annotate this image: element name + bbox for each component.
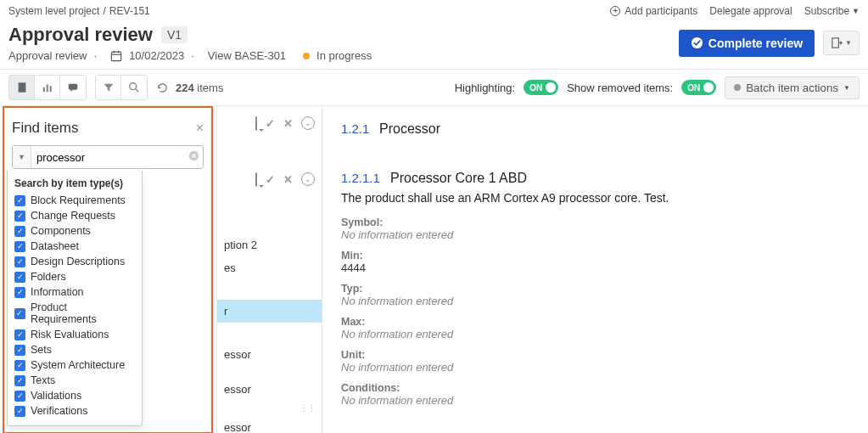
subsection-number[interactable]: 1.2.1.1 [341, 171, 380, 185]
comments-view-button[interactable] [60, 76, 86, 99]
removed-toggle[interactable]: ON [681, 80, 716, 95]
type-filter-option[interactable]: ✓Risk Evaluations [14, 327, 135, 342]
requirement-body: The product shall use an ARM Cortex A9 p… [341, 191, 849, 205]
drag-handle-icon[interactable]: ⋮⋮ [217, 401, 322, 416]
list-item[interactable]: ption 2 [217, 233, 322, 256]
svg-point-11 [130, 83, 137, 90]
list-item[interactable]: essor [217, 378, 322, 401]
type-filter-option[interactable]: ✓Sets [14, 342, 135, 357]
type-filter-option[interactable]: ✓Block Requirements [14, 193, 135, 208]
checkbox-checked-icon: ✓ [14, 308, 25, 319]
version-badge: V1 [161, 26, 188, 43]
subscribe-link[interactable]: Subscribe ▼ [804, 5, 860, 17]
find-items-title: Find items [12, 120, 78, 137]
status-text: In progress [316, 49, 372, 62]
type-filter-option[interactable]: ✓System Architecture [14, 357, 135, 373]
list-item[interactable]: essor [217, 343, 322, 366]
row-actions-1: ✓ ✕ ⌄ [217, 113, 322, 135]
breadcrumb-item[interactable]: REV-151 [109, 5, 150, 17]
type-filter-option[interactable]: ✓Datasheet [14, 239, 135, 254]
calendar-icon [110, 50, 122, 62]
stats-view-button[interactable] [35, 76, 60, 99]
approve-button[interactable]: ✓ [266, 173, 275, 186]
complete-review-button[interactable]: Complete review [679, 30, 815, 57]
svg-rect-8 [46, 85, 48, 93]
svg-point-4 [692, 37, 703, 48]
list-item[interactable]: essor [217, 416, 322, 433]
view-mode-group [8, 75, 87, 100]
list-item-selected[interactable]: r [217, 300, 322, 323]
breadcrumb: System level project / REV-151 [8, 5, 150, 17]
document-icon [16, 82, 28, 93]
type-filter-option[interactable]: ✓Components [14, 223, 135, 239]
comment-button[interactable] [255, 117, 257, 130]
checkbox-checked-icon: ✓ [14, 195, 25, 206]
caret-down-icon: ▼ [18, 153, 25, 161]
barchart-icon [42, 82, 53, 93]
close-icon[interactable]: × [196, 121, 204, 136]
search-button[interactable] [121, 76, 147, 99]
type-filter-option[interactable]: ✓Texts [14, 373, 135, 388]
view-baseline[interactable]: View BASE-301 [208, 49, 286, 62]
type-filter-option[interactable]: ✓Design Descriptions [14, 254, 135, 269]
checkbox-checked-icon: ✓ [14, 287, 25, 298]
removed-label: Show removed items: [567, 82, 673, 94]
highlighting-label: Highlighting: [455, 82, 516, 94]
checkbox-checked-icon: ✓ [14, 241, 25, 252]
dropdown-heading: Search by item type(s) [14, 176, 135, 193]
export-icon [831, 37, 843, 49]
status-dot-icon [303, 53, 310, 59]
status-dot-icon [734, 84, 741, 91]
reject-button[interactable]: ✕ [283, 117, 293, 130]
detail-panel: 1.2.1 Processor 1.2.1.1 Processor Core 1… [322, 106, 868, 433]
review-date: 10/02/2023 [129, 49, 184, 62]
svg-line-12 [136, 89, 139, 93]
document-view-button[interactable] [9, 76, 35, 99]
type-filter-option[interactable]: ✓Information [14, 284, 135, 300]
subsection-title: Processor Core 1 ABD [390, 171, 527, 185]
comment-button[interactable] [255, 173, 257, 186]
section-number[interactable]: 1.2.1 [341, 121, 369, 136]
find-items-input[interactable] [31, 151, 184, 164]
checkbox-checked-icon: ✓ [14, 226, 25, 237]
type-filter-option[interactable]: ✓Validations [14, 388, 135, 403]
delegate-approval-link[interactable]: Delegate approval [709, 5, 792, 17]
reject-button[interactable]: ✕ [283, 173, 293, 186]
add-participants-link[interactable]: + Add participants [610, 5, 697, 17]
type-filter-option[interactable]: ✓Change Requests [14, 208, 135, 223]
field-value: 4444 [341, 261, 849, 274]
field-label: Max: [341, 316, 849, 328]
caret-down-icon: ▼ [845, 39, 852, 47]
subtitle-name: Approval review [8, 49, 87, 62]
caret-down-icon: ▼ [843, 84, 850, 92]
row-actions-2: ✓ ✕ ⌄ [217, 169, 322, 191]
type-filter-option[interactable]: ✓Product Requirements [14, 300, 135, 327]
field-value: No information entered [341, 228, 849, 241]
chevron-down-icon: ⌄ [305, 175, 311, 183]
checkbox-checked-icon: ✓ [14, 406, 25, 417]
refresh-icon[interactable] [156, 82, 169, 94]
breadcrumb-project[interactable]: System level project [8, 5, 99, 17]
field-label: Min: [341, 250, 849, 261]
search-type-dropdown-button[interactable]: ▼ [13, 146, 31, 168]
highlighting-toggle[interactable]: ON [524, 80, 558, 95]
type-filter-option[interactable]: ✓Verifications [14, 403, 135, 419]
field-value: No information entered [341, 394, 849, 407]
checkbox-checked-icon: ✓ [14, 211, 25, 222]
search-icon [128, 82, 140, 93]
checkbox-checked-icon: ✓ [14, 391, 25, 402]
clear-input-icon[interactable] [184, 150, 203, 164]
list-item[interactable]: es [217, 256, 322, 279]
checkbox-checked-icon: ✓ [14, 256, 25, 267]
caret-down-icon: ▼ [852, 7, 860, 15]
export-menu-button[interactable]: ▼ [823, 31, 860, 55]
batch-actions-button[interactable]: Batch item actions ▼ [725, 76, 860, 99]
approve-button[interactable]: ✓ [266, 117, 275, 130]
plus-circle-icon: + [610, 6, 620, 16]
expand-button[interactable]: ⌄ [301, 172, 315, 186]
filter-button[interactable] [96, 76, 121, 99]
svg-rect-10 [69, 84, 78, 90]
svg-rect-9 [49, 86, 51, 92]
expand-button[interactable]: ⌄ [301, 116, 315, 130]
type-filter-option[interactable]: ✓Folders [14, 269, 135, 284]
